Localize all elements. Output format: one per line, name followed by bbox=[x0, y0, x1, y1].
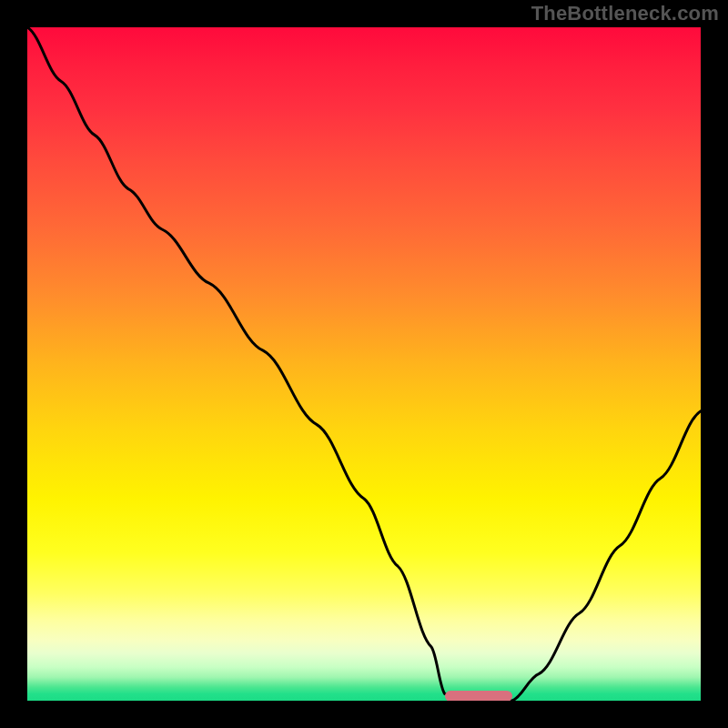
watermark-text: TheBottleneck.com bbox=[531, 2, 719, 25]
plot-area bbox=[27, 27, 701, 701]
bottleneck-curve bbox=[27, 27, 701, 701]
chart-frame: TheBottleneck.com bbox=[0, 0, 728, 728]
optimal-range-marker bbox=[445, 691, 512, 701]
